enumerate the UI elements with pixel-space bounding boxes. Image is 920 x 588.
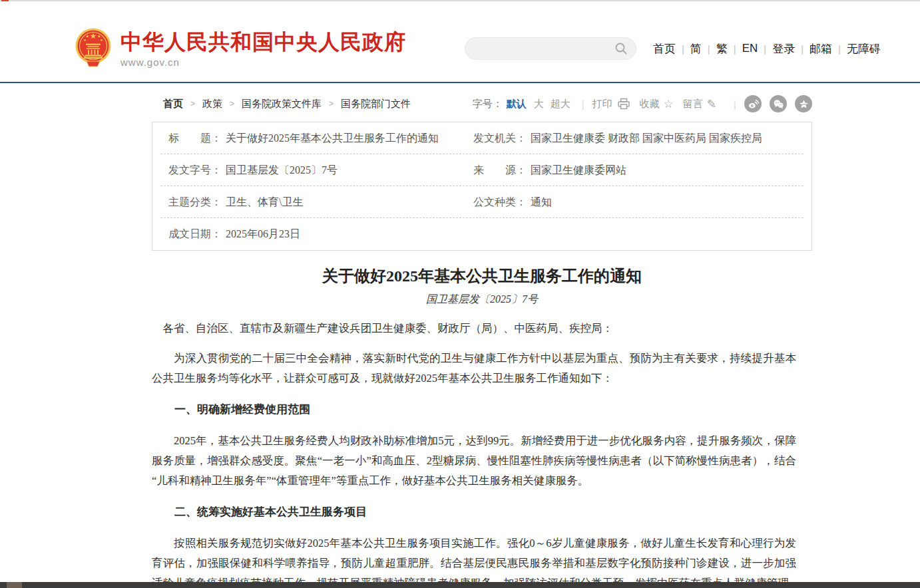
nav-home[interactable]: 首页 bbox=[647, 41, 682, 57]
document-meta-table: 标 题： 关于做好2025年基本公共卫生服务工作的通知 发文机关： 国家卫生健康… bbox=[152, 122, 812, 251]
breadcrumb-policy-library[interactable]: 国务院政策文件库 bbox=[242, 98, 322, 110]
font-size-large-button[interactable]: 大 bbox=[534, 98, 544, 110]
tools-divider: | bbox=[734, 98, 736, 110]
header-nav: 首页 | 简 | 繁 | EN | 登录 | 邮箱 | 无障碍 bbox=[647, 41, 887, 57]
meta-value-date: 2025年06月23日 bbox=[222, 227, 300, 241]
font-size-label: 字号： bbox=[473, 98, 503, 110]
font-size-default-button[interactable]: 默认 bbox=[507, 98, 527, 110]
breadcrumb: 首页 > 政策 > 国务院政策文件库 > 国务院部门文件 bbox=[152, 98, 411, 110]
meta-label-title: 标 题： bbox=[168, 131, 222, 146]
document-paragraph: 为深入贯彻党的二十届三中全会精神，落实新时代党的卫生与健康工作方针中以基层为重点… bbox=[152, 349, 796, 388]
nav-traditional[interactable]: 繁 bbox=[710, 41, 734, 57]
meta-value-source: 国家卫生健康委网站 bbox=[527, 163, 626, 178]
site-title[interactable]: 中华人民共和国中央人民政府 bbox=[120, 29, 406, 55]
meta-row: 主题分类： 卫生、体育\卫生 公文种类： 通知 bbox=[160, 186, 804, 218]
search-icon[interactable] bbox=[614, 42, 628, 55]
document-paragraph: 按照相关服务规范切实做好2025年基本公共卫生服务项目实施工作。强化0～6岁儿童… bbox=[152, 533, 796, 588]
document-title: 关于做好2025年基本公共卫生服务工作的通知 bbox=[152, 265, 812, 287]
nav-login[interactable]: 登录 bbox=[766, 41, 801, 57]
search-input[interactable] bbox=[473, 43, 614, 54]
qzone-share-icon[interactable] bbox=[795, 95, 812, 112]
meta-label-issuing-agency: 发文机关： bbox=[473, 131, 527, 146]
print-button[interactable]: 打印 bbox=[592, 98, 630, 110]
printer-icon bbox=[617, 98, 630, 110]
site-logo[interactable]: 中华人民共和国中央人民政府 www.gov.cn bbox=[75, 28, 406, 71]
meta-value-topic-category: 卫生、体育\卫生 bbox=[222, 195, 303, 210]
meta-row: 发文字号： 国卫基层发〔2025〕7号 来 源： 国家卫生健康委网站 bbox=[160, 154, 804, 186]
breadcrumb-policy[interactable]: 政策 bbox=[202, 98, 222, 110]
meta-value-issuing-agency: 国家卫生健康委 财政部 国家中医药局 国家疾控局 bbox=[527, 131, 762, 146]
meta-row: 成文日期： 2025年06月23日 bbox=[160, 218, 804, 250]
meta-value-doc-number: 国卫基层发〔2025〕7号 bbox=[222, 163, 338, 178]
meta-label-doc-number: 发文字号： bbox=[168, 163, 222, 178]
tools-divider: | bbox=[582, 98, 584, 110]
star-icon: ☆ bbox=[664, 98, 674, 110]
meta-value-title: 关于做好2025年基本公共卫生服务工作的通知 bbox=[222, 131, 439, 146]
nav-simplified[interactable]: 简 bbox=[684, 41, 708, 57]
favorite-button[interactable]: 收藏 ☆ bbox=[640, 98, 674, 110]
weibo-share-icon[interactable] bbox=[744, 95, 762, 112]
comment-button[interactable]: 留言 ✎ bbox=[683, 98, 716, 110]
national-emblem-icon bbox=[75, 28, 111, 71]
meta-label-source: 来 源： bbox=[473, 163, 527, 178]
section-heading-2: 二、统筹实施好基本公共卫生服务项目 bbox=[152, 502, 796, 522]
meta-label-topic-category: 主题分类： bbox=[168, 195, 222, 210]
document-body: 各省、自治区、直辖市及新疆生产建设兵团卫生健康委、财政厅（局）、中医药局、疾控局… bbox=[152, 319, 796, 588]
comment-label: 留言 bbox=[683, 98, 703, 110]
document-salutation: 各省、自治区、直辖市及新疆生产建设兵团卫生健康委、财政厅（局）、中医药局、疾控局… bbox=[152, 319, 796, 339]
font-size-xlarge-button[interactable]: 超大 bbox=[551, 98, 571, 110]
breadcrumb-department-docs[interactable]: 国务院部门文件 bbox=[341, 98, 411, 110]
breadcrumb-separator: > bbox=[329, 99, 334, 108]
document-number: 国卫基层发〔2025〕7号 bbox=[152, 293, 812, 307]
meta-row: 标 题： 关于做好2025年基本公共卫生服务工作的通知 发文机关： 国家卫生健康… bbox=[160, 122, 804, 154]
wechat-share-icon[interactable] bbox=[770, 95, 787, 112]
search-box[interactable] bbox=[465, 37, 636, 60]
print-label: 打印 bbox=[592, 98, 612, 110]
favorite-label: 收藏 bbox=[640, 98, 660, 110]
nav-english[interactable]: EN bbox=[736, 42, 764, 55]
nav-accessibility[interactable]: 无障碍 bbox=[841, 41, 887, 57]
site-header: 中华人民共和国中央人民政府 www.gov.cn 首页 | 简 | 繁 | EN… bbox=[0, 1, 920, 82]
breadcrumb-home[interactable]: 首页 bbox=[163, 98, 183, 110]
meta-label-doc-type: 公文种类： bbox=[473, 195, 527, 210]
header-bottom-divider bbox=[0, 82, 920, 83]
breadcrumb-separator: > bbox=[190, 99, 195, 108]
bottom-edge-light-segment bbox=[7, 582, 22, 588]
nav-mail[interactable]: 邮箱 bbox=[804, 41, 838, 57]
document-paragraph: 2025年，基本公共卫生服务经费人均财政补助标准增加5元，达到99元。新增经费用… bbox=[152, 431, 796, 491]
meta-value-doc-type: 通知 bbox=[527, 195, 552, 210]
section-heading-1: 一、明确新增经费使用范围 bbox=[152, 400, 796, 420]
pencil-icon: ✎ bbox=[707, 98, 716, 110]
breadcrumb-separator: > bbox=[230, 99, 234, 108]
bottom-window-edge bbox=[0, 582, 920, 588]
site-url: www.gov.cn bbox=[120, 57, 406, 68]
meta-label-date: 成文日期： bbox=[168, 227, 222, 241]
